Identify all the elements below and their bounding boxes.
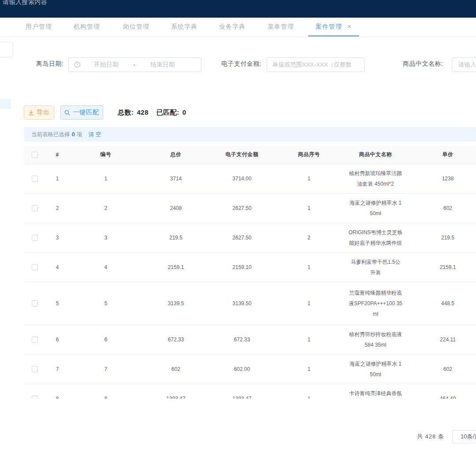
cell-total: 2408 <box>142 193 209 223</box>
cell-index: 4 <box>45 252 69 282</box>
cell-code: 5 <box>69 282 142 325</box>
date-end-input[interactable]: 结束日期 <box>137 61 188 69</box>
clock-icon <box>74 61 81 68</box>
clipped-button-edge <box>0 99 11 109</box>
cell-index: 6 <box>45 325 69 354</box>
total-value: 428 <box>137 108 149 116</box>
stats-summary: 总数:428 已匹配:0 <box>118 105 186 120</box>
matched-label: 已匹配: <box>156 108 179 116</box>
cell-seq: 1 <box>275 193 343 223</box>
cell-index: 7 <box>45 354 69 384</box>
cell-seq: 1 <box>275 325 343 354</box>
row-checkbox[interactable] <box>32 235 38 241</box>
cell-epay: 1393.47 <box>209 384 275 399</box>
col-header-code: 编号 <box>69 146 142 164</box>
cell-total: 2159.1 <box>142 252 209 282</box>
col-header-price: 单价 <box>408 146 476 164</box>
cell-product-name: ORIGINS韦博士灵芝焕 能好底子精华水两件组 <box>343 223 408 252</box>
clear-selection-link[interactable]: 清空 <box>89 131 103 138</box>
cell-price: 2159.1 <box>408 252 476 282</box>
selection-prefix: 当前表格已选择 <box>31 131 70 138</box>
cell-code: 7 <box>69 354 142 384</box>
filter-label-product-name: 商品中文名称: <box>403 60 443 68</box>
global-search-input[interactable]: 请输入搜索内容 <box>3 0 48 6</box>
cell-seq: 1 <box>275 384 343 399</box>
cell-seq: 1 <box>275 354 343 384</box>
search-icon <box>64 110 70 116</box>
cell-epay: 2627.50 <box>209 223 275 252</box>
tab-menu-management[interactable]: 菜单管理 <box>268 18 294 35</box>
row-checkbox[interactable] <box>32 264 38 270</box>
epay-amount-input[interactable] <box>267 57 364 72</box>
product-name-input[interactable] <box>452 57 476 72</box>
row-checkbox[interactable] <box>32 366 38 372</box>
cell-price: 602 <box>408 193 476 223</box>
table-header-row: # 编号 总价 电子支付金额 商品序号 商品中文名称 单价 <box>24 146 476 164</box>
tab-post-management[interactable]: 岗位管理 <box>123 18 149 35</box>
row-checkbox[interactable] <box>32 396 38 399</box>
tab-system-dict[interactable]: 系统字典 <box>171 18 197 35</box>
cell-epay: 602.00 <box>209 354 275 384</box>
table-row: 1 1 3714 3714.00 1 植村秀新琥珀臻萃洁颜 油套装 450ml*… <box>24 164 476 193</box>
one-click-match-button[interactable]: 一键匹配 <box>60 105 103 120</box>
col-header-index: # <box>45 146 69 164</box>
cell-code: 6 <box>69 325 142 354</box>
cell-epay: 3714.00 <box>209 164 275 193</box>
col-header-product-name: 商品中文名称 <box>343 146 408 164</box>
cell-seq: 2 <box>275 223 343 252</box>
cell-index: 5 <box>45 282 69 325</box>
table-row: 8 8 1393.47 1393.47 1 卡诗菁纯亮泽经典香氛 464.49 <box>24 384 476 399</box>
cell-total: 3714 <box>142 164 209 193</box>
cell-seq: 1 <box>275 252 343 282</box>
cell-total: 672.33 <box>142 325 209 354</box>
tab-case-management[interactable]: 案件管理× <box>316 18 352 35</box>
cell-price: 464.49 <box>408 384 476 399</box>
cell-seq: 1 <box>275 164 343 193</box>
export-button-label: 导出 <box>37 108 50 116</box>
total-label: 总数: <box>118 108 134 116</box>
cell-product-name: 植村秀羽纱持妆粉底液 584 35ml <box>343 325 408 354</box>
row-checkbox[interactable] <box>32 337 38 343</box>
cell-price: 1238 <box>408 164 476 193</box>
selection-suffix: 项 <box>77 131 82 138</box>
cell-index: 8 <box>45 384 69 399</box>
cell-price: 224.11 <box>408 325 476 354</box>
date-range-picker[interactable]: 开始日期 - 结束日期 <box>68 57 201 72</box>
cell-code: 1 <box>69 164 142 193</box>
selection-info-bar: 当前表格已选择0项清空 <box>24 127 476 142</box>
tab-close-icon[interactable]: × <box>347 18 352 35</box>
cell-epay: 3139.50 <box>209 282 275 325</box>
match-button-label: 一键匹配 <box>73 108 99 116</box>
row-checkbox[interactable] <box>32 205 38 211</box>
cell-code: 2 <box>69 193 142 223</box>
cell-total: 219.5 <box>142 223 209 252</box>
tab-org-management[interactable]: 机构管理 <box>74 18 100 35</box>
page-size-select[interactable]: 10条/页 <box>452 430 476 443</box>
col-header-seq: 商品序号 <box>275 146 343 164</box>
cell-total: 3139.5 <box>142 282 209 325</box>
row-checkbox[interactable] <box>32 300 38 307</box>
cell-product-name: 海蓝之谜修护精萃水 1 50ml <box>343 354 408 384</box>
col-header-total: 总价 <box>142 146 209 164</box>
cell-code: 8 <box>69 384 142 399</box>
cell-index: 1 <box>45 164 69 193</box>
cell-total: 602 <box>142 354 209 384</box>
tab-bar: 用户管理 机构管理 岗位管理 系统字典 业务字典 菜单管理 案件管理× <box>0 18 476 37</box>
selection-count: 0 <box>72 131 75 138</box>
table-row: 7 7 602 602.00 1 海蓝之谜修护精萃水 1 50ml 602 <box>24 354 476 384</box>
row-checkbox[interactable] <box>32 176 38 182</box>
col-header-epay: 电子支付金额 <box>209 146 275 164</box>
matched-value: 0 <box>182 108 186 116</box>
date-start-input[interactable]: 开始日期 <box>81 61 132 69</box>
cell-epay: 2159.10 <box>209 252 275 282</box>
tab-user-management[interactable]: 用户管理 <box>26 18 52 35</box>
export-button[interactable]: 导出 <box>24 105 54 120</box>
filter-label-epay-amount: 电子支付金额: <box>221 60 261 68</box>
select-all-checkbox[interactable] <box>32 152 38 158</box>
table-row: 3 3 219.5 2627.50 2 ORIGINS韦博士灵芝焕 能好底子精华… <box>24 223 476 252</box>
pagination-total: 共 428 条 <box>417 433 444 441</box>
tab-business-dict[interactable]: 业务字典 <box>219 18 245 35</box>
active-tab-underline <box>308 35 359 37</box>
top-bar: 请输入搜索内容 <box>0 0 476 18</box>
cell-code: 4 <box>69 252 142 282</box>
